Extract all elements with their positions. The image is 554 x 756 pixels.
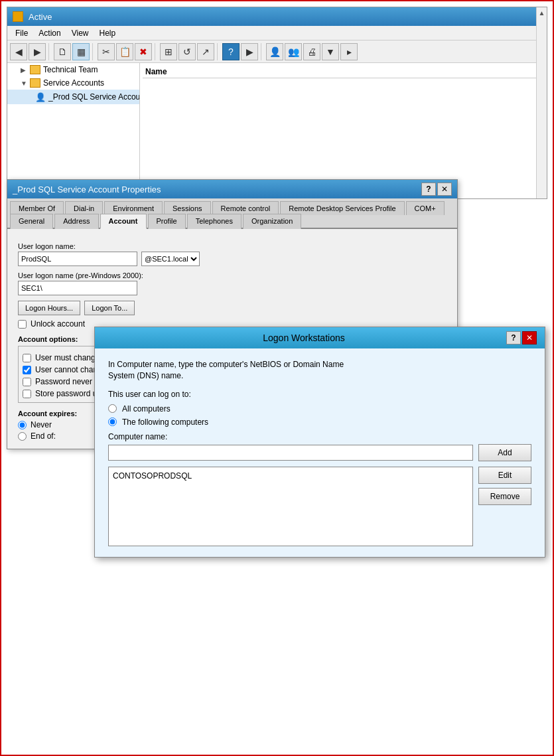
tree-label-technical-team: Technical Team	[43, 65, 98, 74]
menubar: File Action View Help	[7, 26, 547, 40]
logon-title: Logon Workstations	[103, 333, 505, 343]
tab-remote-control[interactable]: Remote control	[212, 201, 279, 215]
option-checkbox-2[interactable]	[23, 378, 31, 386]
tab-profile[interactable]: Profile	[148, 214, 186, 229]
computer-list: CONTOSOPRODSQL	[108, 467, 473, 546]
user-icon-prod-sql: 👤	[35, 92, 46, 102]
logon-desc-line2: System (DNS) name.	[108, 371, 183, 380]
user-logon-name-row: @SEC1.local	[18, 252, 447, 266]
user-logon-name-input[interactable]	[18, 252, 137, 266]
toolbar-sep-1	[48, 43, 51, 60]
option-checkbox-1[interactable]	[23, 366, 31, 374]
mmc-window: Active File Action View Help ◀ ▶ 🗋 ▦ ✂ 📋…	[7, 7, 547, 199]
logon-titlebar: Logon Workstations ? ✕	[95, 327, 545, 348]
unlock-checkbox[interactable]	[18, 320, 27, 329]
tab-organization[interactable]: Organization	[243, 214, 301, 229]
option-checkbox-3[interactable]	[23, 390, 31, 398]
toolbar-sep-2	[92, 43, 95, 60]
tree-label-service-accounts: Service Accounts	[43, 78, 104, 88]
menu-view[interactable]: View	[66, 27, 94, 39]
delete-button[interactable]: ✖	[135, 43, 152, 60]
forward-button[interactable]: ▶	[29, 43, 46, 60]
following-computers-label: The following computers	[122, 417, 208, 427]
all-computers-radio[interactable]	[108, 404, 117, 413]
export-button[interactable]: ↗	[197, 43, 214, 60]
never-radio[interactable]	[18, 421, 27, 429]
props-titlebar: _Prod SQL Service Account Properties ? ✕	[7, 180, 457, 198]
never-label: Never	[31, 420, 52, 429]
tab-rdp[interactable]: Remote Desktop Services Profile	[280, 201, 404, 215]
cut-button[interactable]: ✂	[98, 43, 115, 60]
expander-technical-team[interactable]: ▶	[21, 66, 29, 74]
tree-item-prod-sql[interactable]: 👤 _Prod SQL Service Account	[7, 90, 139, 104]
user-logon-pre2000-label: User logon name (pre-Windows 2000):	[18, 271, 447, 279]
remove-button[interactable]: Remove	[478, 488, 531, 505]
toolbar-sep-4	[217, 43, 220, 60]
props-help-button[interactable]: ?	[421, 183, 436, 196]
option-checkbox-0[interactable]	[23, 354, 31, 362]
back-button[interactable]: ◀	[10, 43, 27, 60]
toolbar-sep-3	[155, 43, 157, 60]
toolbar: ◀ ▶ 🗋 ▦ ✂ 📋 ✖ ⊞ ↺ ↗ ? ▶ 👤 👥 🖨 ▼ ▸	[7, 40, 547, 63]
copy-button[interactable]: 📋	[116, 43, 133, 60]
more-button[interactable]: ▸	[340, 43, 358, 60]
unlock-label: Unlock account	[31, 319, 85, 329]
endof-label: End of:	[31, 431, 56, 441]
scroll-indicator: ▲	[536, 7, 547, 198]
logon-section-label: This user can log on to:	[108, 390, 531, 399]
tab-dial-in[interactable]: Dial-in	[65, 201, 103, 215]
computer-name-input[interactable]	[108, 445, 473, 461]
folder-icon-service-accounts	[30, 78, 40, 88]
users-button[interactable]: 👥	[285, 43, 302, 60]
tab-environment[interactable]: Environment	[104, 201, 163, 215]
following-computers-radio[interactable]	[108, 417, 117, 426]
menu-help[interactable]: Help	[94, 27, 121, 39]
filter-button[interactable]: ▼	[322, 43, 339, 60]
computer-list-item-0[interactable]: CONTOSOPRODSQL	[113, 471, 192, 481]
tree-item-service-accounts[interactable]: ▼ Service Accounts	[7, 76, 139, 90]
props-title: _Prod SQL Service Account Properties	[13, 185, 420, 194]
tab-member-of[interactable]: Member Of	[10, 201, 64, 215]
properties-button[interactable]: ⊞	[160, 43, 177, 60]
endof-radio[interactable]	[18, 432, 27, 441]
view-button[interactable]: ▦	[72, 43, 90, 60]
tab-account[interactable]: Account	[100, 214, 147, 229]
logon-workstations-button[interactable]: Logon To...	[84, 301, 135, 315]
new-window-button[interactable]: 🗋	[54, 43, 71, 60]
menu-file[interactable]: File	[10, 27, 33, 39]
computer-name-label: Computer name:	[108, 432, 531, 441]
domain-dropdown[interactable]: @SEC1.local	[141, 252, 200, 266]
add-button[interactable]: Add	[478, 444, 531, 461]
expander-service-accounts[interactable]: ▼	[21, 80, 29, 87]
tab-sessions[interactable]: Sessions	[164, 201, 211, 215]
logon-description: In Computer name, type the computer's Ne…	[108, 359, 531, 382]
tab-general[interactable]: General	[10, 214, 53, 229]
computer-list-area: CONTOSOPRODSQL Edit Remove	[108, 467, 531, 546]
list-action-buttons: Edit Remove	[478, 467, 531, 546]
right-panel: Name	[140, 63, 547, 198]
logon-hours-button[interactable]: Logon Hours...	[18, 301, 80, 315]
logon-help-button[interactable]: ?	[506, 331, 521, 344]
run-button[interactable]: ▶	[241, 43, 258, 60]
tab-com[interactable]: COM+	[406, 201, 445, 215]
logon-body: In Computer name, type the computer's Ne…	[95, 348, 545, 557]
tree-panel: ▶ Technical Team ▼ Service Accounts 👤 _P…	[7, 63, 140, 198]
computer-list-container: CONTOSOPRODSQL	[108, 467, 473, 546]
help-button[interactable]: ?	[222, 43, 240, 60]
refresh-button[interactable]: ↺	[178, 43, 196, 60]
tab-address[interactable]: Address	[54, 214, 98, 229]
menu-action[interactable]: Action	[33, 27, 66, 39]
tabs-row: Member Of Dial-in Environment Sessions R…	[7, 198, 457, 229]
logon-close-button[interactable]: ✕	[522, 331, 537, 344]
tree-item-technical-team[interactable]: ▶ Technical Team	[7, 63, 139, 76]
scroll-up[interactable]: ▲	[537, 7, 547, 18]
user-button[interactable]: 👤	[266, 43, 283, 60]
tree-label-prod-sql: _Prod SQL Service Account	[48, 92, 139, 102]
props-close-button[interactable]: ✕	[437, 183, 452, 196]
user-logon-pre2000-input[interactable]	[18, 281, 137, 295]
print-button[interactable]: 🖨	[303, 43, 320, 60]
content-area: ▶ Technical Team ▼ Service Accounts 👤 _P…	[7, 63, 547, 198]
edit-button[interactable]: Edit	[478, 467, 531, 484]
tab-telephones[interactable]: Telephones	[187, 214, 242, 229]
all-computers-label: All computers	[122, 404, 171, 414]
